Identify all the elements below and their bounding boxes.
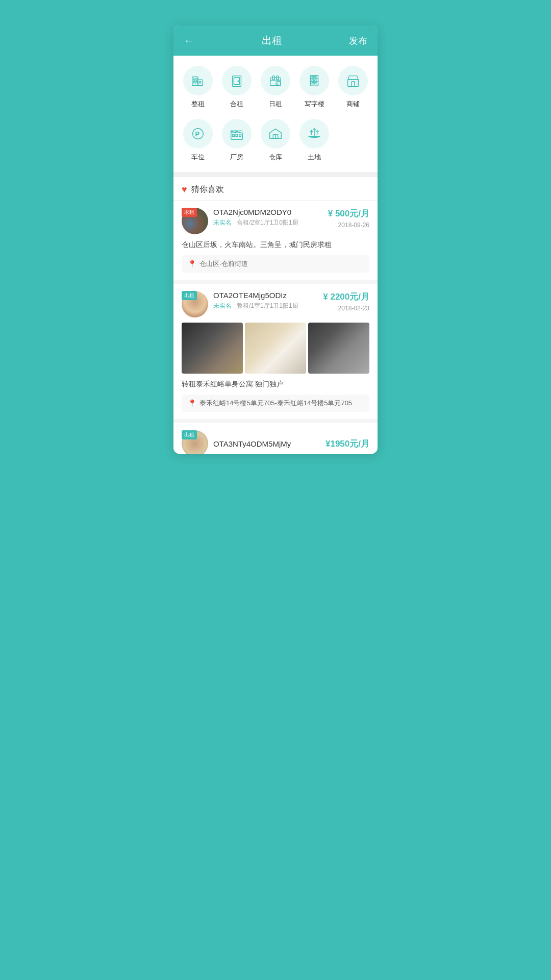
hezu-label: 合租: [230, 100, 243, 109]
svg-rect-4: [194, 82, 195, 83]
svg-rect-23: [315, 80, 316, 81]
cangku-label: 仓库: [269, 153, 282, 162]
svg-rect-32: [233, 134, 235, 137]
listing-meta-2: 未实名 整租/1室1厅1卫1阳1厨: [213, 302, 323, 310]
listing-info-1: OTA2Njc0MDM2ODY0 未实名 合租/2室1厅1卫0阳1厨: [213, 208, 328, 227]
zhengzu-icon-circle: [183, 66, 213, 95]
parking-icon: P: [190, 126, 206, 141]
page-title: 出租: [262, 34, 282, 47]
photo-2: [245, 323, 306, 374]
svg-text:P: P: [195, 130, 199, 138]
location-text-1: 仓山区-仓前街道: [199, 259, 248, 268]
listing-card-1[interactable]: 求租 OTA2Njc0MDM2ODY0 未实名 合租/2室1厅1卫0阳1厨 ¥ …: [173, 201, 378, 284]
door-icon: [229, 73, 244, 88]
listing-left-1: 求租 OTA2Njc0MDM2ODY0 未实名 合租/2室1厅1卫0阳1厨: [182, 208, 328, 234]
listing-meta-1: 未实名 合租/2室1厅1卫0阳1厨: [213, 218, 328, 227]
listing-badge-3: 出租: [182, 430, 197, 439]
svg-rect-27: [352, 82, 355, 86]
listing-info-2: OTA2OTE4Mjg5ODIz 未实名 整租/1室1厅1卫1阳1厨: [213, 291, 323, 310]
header: ← 出租 发布: [173, 26, 378, 56]
svg-rect-0: [192, 77, 198, 86]
calendar-building-icon: $: [268, 73, 283, 88]
listing-name-2: OTA2OTE4Mjg5ODIz: [213, 291, 323, 300]
svg-rect-1: [198, 80, 203, 85]
category-zhengzu[interactable]: 整租: [180, 66, 216, 109]
listing-date-2: 2018-02-23: [323, 305, 369, 312]
category-changfang[interactable]: 厂房: [219, 119, 255, 162]
svg-rect-7: [199, 82, 201, 83]
photo-3: [308, 323, 369, 374]
category-row-1: 整租 合租: [179, 66, 372, 109]
xiezilou-label: 写字楼: [305, 100, 324, 109]
svg-rect-21: [315, 77, 316, 78]
svg-rect-26: [348, 80, 359, 86]
changfang-icon-circle: [222, 119, 252, 149]
listing-top-2: 出租 OTA2OTE4Mjg5ODIz 未实名 整租/1室1厅1卫1阳1厨 ¥ …: [182, 291, 369, 317]
svg-rect-33: [236, 134, 238, 137]
listing-partial-3: 出租 OTA3NTy4ODM5MjMy ¥1950元/月: [182, 430, 369, 454]
recommend-header: ♥ 猜你喜欢: [173, 177, 378, 201]
svg-rect-6: [196, 82, 197, 83]
svg-rect-25: [315, 83, 316, 84]
listing-right-1: ¥ 500元/月 2018-09-26: [328, 208, 369, 229]
listing-desc-2: 转租泰禾红峪单身公寓 独门独户: [182, 379, 369, 389]
listing-price-3: ¥1950元/月: [325, 438, 369, 450]
location-text-2: 泰禾红峪14号楼5单元705-泰禾红峪14号楼5单元705: [199, 399, 352, 408]
listing-type-2: 整租/1室1厅1卫1阳1厨: [237, 302, 298, 310]
office-icon: [307, 73, 322, 88]
store-icon: [345, 73, 361, 88]
back-button[interactable]: ←: [184, 34, 195, 47]
photo-1: [182, 323, 243, 374]
warehouse-icon: [268, 126, 283, 141]
listing-left-2: 出租 OTA2OTE4Mjg5ODIz 未实名 整租/1室1厅1卫1阳1厨: [182, 291, 323, 317]
shangpu-icon-circle: [338, 66, 368, 95]
hezu-icon-circle: [222, 66, 252, 95]
svg-text:$: $: [277, 82, 279, 85]
listing-badge-2: 出租: [182, 291, 197, 300]
listing-top-1: 求租 OTA2Njc0MDM2ODY0 未实名 合租/2室1厅1卫0阳1厨 ¥ …: [182, 208, 369, 234]
listing-card-3-partial[interactable]: 出租 OTA3NTy4ODM5MjMy ¥1950元/月: [173, 423, 378, 454]
svg-rect-20: [312, 77, 313, 78]
category-chewei[interactable]: P 车位: [180, 119, 216, 162]
listing-name-3: OTA3NTy4ODM5MjMy: [213, 439, 291, 448]
zhengzu-label: 整租: [191, 100, 205, 109]
category-hezu[interactable]: 合租: [219, 66, 255, 109]
listing-unverified-1: 未实名: [213, 218, 232, 227]
listing-unverified-2: 未实名: [213, 302, 232, 310]
listing-location-2: 📍 泰禾红峪14号楼5单元705-泰禾红峪14号楼5单元705: [182, 395, 369, 412]
recommend-title: 猜你喜欢: [191, 184, 224, 195]
category-tudi[interactable]: 土地: [296, 119, 332, 162]
category-shangpu[interactable]: 商铺: [335, 66, 371, 109]
recommend-section: ♥ 猜你喜欢 求租 OTA2Njc0MDM2ODY0 未实名: [173, 177, 378, 454]
svg-rect-5: [196, 79, 197, 80]
svg-point-10: [237, 81, 239, 82]
svg-rect-22: [312, 80, 313, 81]
category-xiezilou[interactable]: 写字楼: [296, 66, 332, 109]
shangpu-label: 商铺: [346, 100, 360, 109]
chewei-label: 车位: [191, 153, 205, 162]
listing-desc-1: 仓山区后坂，火车南站。三角呈，城门民房求租: [182, 239, 369, 250]
xiezilou-icon-circle: [299, 66, 329, 95]
chewei-icon-circle: P: [183, 119, 213, 149]
publish-button[interactable]: 发布: [349, 35, 367, 47]
tudi-icon-circle: [299, 119, 329, 149]
category-cangku[interactable]: 仓库: [258, 119, 293, 162]
listing-name-1: OTA2Njc0MDM2ODY0: [213, 208, 328, 216]
section-divider: [173, 172, 378, 177]
listing-card-2[interactable]: 出租 OTA2OTE4Mjg5ODIz 未实名 整租/1室1厅1卫1阳1厨 ¥ …: [173, 284, 378, 423]
listing-type-1: 合租/2室1厅1卫0阳1厨: [237, 218, 298, 227]
svg-rect-24: [312, 83, 313, 84]
heart-icon: ♥: [182, 184, 187, 195]
listing-badge-1: 求租: [182, 208, 197, 217]
listing-price-1: ¥ 500元/月: [328, 208, 369, 219]
listing-price-2: ¥ 2200元/月: [323, 291, 369, 303]
avatar-wrap-2: 出租: [182, 291, 208, 317]
rizu-label: 日租: [269, 100, 282, 109]
location-pin-1: 📍: [188, 260, 196, 268]
avatar-wrap-1: 求租: [182, 208, 208, 234]
svg-rect-3: [194, 79, 195, 80]
category-rizu[interactable]: $ 日租: [258, 66, 293, 109]
photo-grid-2: [182, 323, 369, 374]
changfang-label: 厂房: [230, 153, 243, 162]
location-pin-2: 📍: [188, 399, 196, 407]
